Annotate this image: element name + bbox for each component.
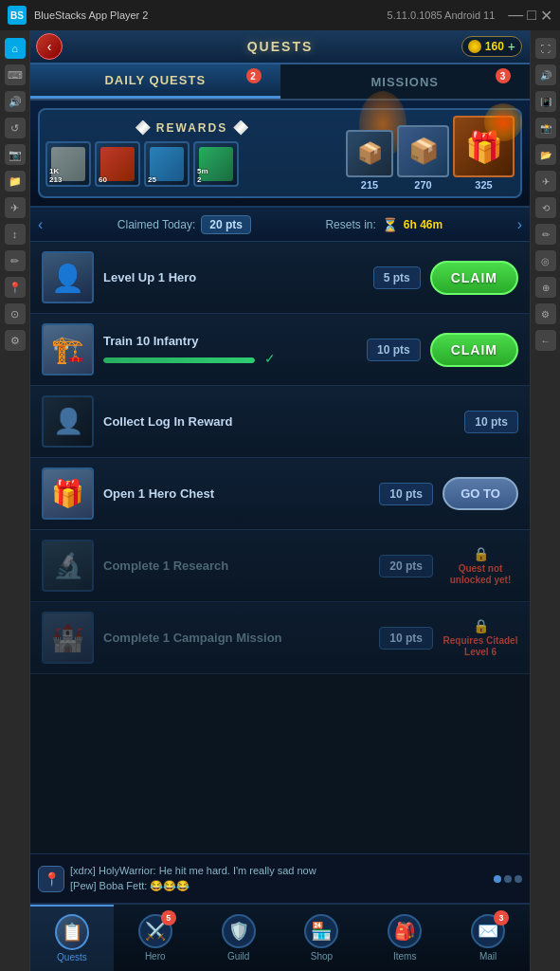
chest-box-2: 🎁 — [453, 116, 515, 177]
rewards-box: REWARDS 1K213 60 — [38, 108, 522, 198]
bs-keyboard-icon[interactable]: ⌨ — [5, 64, 26, 85]
quest-avatar-2: 👤 — [42, 395, 94, 448]
reward-item-0[interactable]: 1K213 — [45, 141, 91, 187]
coin-icon — [468, 40, 481, 53]
coins-plus-button[interactable]: + — [508, 39, 515, 54]
progress-fill-1 — [103, 357, 255, 363]
chest-number-1: 270 — [414, 179, 431, 191]
hero-badge: 5 — [161, 910, 176, 925]
bs-camera-icon[interactable]: 📷 — [5, 144, 26, 165]
quest-pts-3: 10 pts — [379, 483, 433, 505]
nav-item-mail[interactable]: ✉️ 3 Mail — [446, 905, 530, 971]
shop-icon-wrapper: 🏪 — [304, 914, 338, 948]
claimed-label: Claimed Today: — [117, 218, 196, 231]
coins-display: 160 + — [461, 36, 522, 57]
locked-text-5: Requires Citadel Level 6 — [443, 635, 518, 658]
reward-count-1: 60 — [99, 175, 107, 184]
bs-home-icon[interactable]: ⌂ — [5, 38, 26, 59]
chat-line-1: [Pew] Boba Fett: 😂😂😂 — [70, 879, 488, 893]
left-arrow-icon[interactable]: ‹ — [38, 216, 43, 233]
back-button[interactable]: ‹ — [36, 33, 63, 60]
bs-volume-icon[interactable]: 🔊 — [5, 91, 26, 112]
bs-layers-icon[interactable]: ⊙ — [5, 303, 26, 324]
quest-name-0: Level Up 1 Hero — [103, 270, 364, 284]
chest-box-0: 📦 — [346, 130, 393, 177]
reward-item-3[interactable]: 5m2 — [193, 141, 239, 187]
chat-location-icon[interactable]: 📍 — [38, 866, 64, 892]
chat-dot-1[interactable] — [504, 875, 512, 883]
bs-screenshot-icon[interactable]: 📸 — [535, 118, 556, 138]
titlebar-title: BlueStacks App Player 2 — [34, 9, 148, 21]
nav-item-shop[interactable]: 🏪 Shop — [280, 905, 363, 971]
chest-item-0[interactable]: 📦 215 — [346, 130, 393, 191]
tab-daily-quests-label: DAILY QUESTS — [104, 73, 206, 87]
nav-item-guild[interactable]: 🛡️ Guild — [197, 905, 280, 971]
maximize-icon[interactable]: □ — [527, 7, 536, 24]
reward-item-1[interactable]: 60 — [95, 141, 140, 187]
bs-stack-icon[interactable]: ⊕ — [535, 277, 556, 298]
bs-flight-icon[interactable]: ✈ — [535, 171, 556, 192]
bs-settings-icon[interactable]: ⚙ — [5, 330, 26, 351]
game-area: ⌂ ⌨ 🔊 ↺ 📷 📁 ✈ ↕ ✏ 📍 ⊙ ⚙ ‹ QUESTS 160 + D… — [0, 30, 560, 971]
chest-number-0: 215 — [361, 179, 378, 191]
chest-avatar-3: 🎁 — [44, 469, 92, 518]
chest-number-2: 325 — [475, 179, 492, 191]
reward-item-2[interactable]: 25 — [144, 141, 190, 187]
bs-resize-icon[interactable]: ↕ — [5, 224, 26, 245]
close-icon[interactable]: ✕ — [540, 7, 552, 25]
chest-item-1[interactable]: 📦 270 — [397, 125, 449, 191]
chest-item-2[interactable]: 🎁 325 — [453, 116, 515, 191]
claim-button-0[interactable]: CLAIM — [430, 261, 518, 295]
bs-settings2-icon[interactable]: ⚙ — [535, 303, 556, 324]
chat-dot-2[interactable] — [515, 875, 522, 883]
mail-badge: 3 — [494, 910, 509, 925]
window-controls: 5.11.0.1085 Android 11 — □ ✕ — [388, 7, 552, 25]
bs-airplane-icon[interactable]: ✈ — [5, 197, 26, 218]
quest-name-2: Collect Log In Reward — [103, 414, 455, 429]
status-bar: ‹ Claimed Today: 20 pts Resets in: ⏳ 6h … — [30, 208, 530, 242]
bs-back-icon[interactable]: ← — [535, 330, 556, 351]
diamond-left-icon — [135, 120, 151, 136]
campaign-avatar-5: 🏰 — [44, 614, 92, 662]
nav-item-quests[interactable]: 📋 Quests — [30, 905, 114, 971]
right-arrow-icon[interactable]: › — [517, 216, 522, 233]
quest-info-3: Open 1 Hero Chest — [103, 486, 370, 501]
bs-locate-icon[interactable]: ◎ — [535, 250, 556, 271]
bs-orientation-icon[interactable]: ⟲ — [535, 197, 556, 218]
goto-button-3[interactable]: GO TO — [443, 477, 518, 510]
bs-sound-icon[interactable]: 🔊 — [535, 64, 556, 85]
bs-expand-icon[interactable]: ⛶ — [535, 38, 556, 59]
rewards-label: REWARDS — [156, 121, 227, 135]
quest-list: Level Up 1 Hero 5 pts CLAIM 🏗️ Train 10 … — [30, 242, 530, 853]
chat-dot-0[interactable] — [494, 875, 501, 883]
bs-files-icon[interactable]: 📂 — [535, 144, 556, 165]
nav-label-guild: Guild — [227, 951, 249, 962]
chest-icon-2: 🎁 — [465, 129, 503, 165]
chat-text: [xdrx] HolyWarrior: He hit me hard. I'm … — [70, 864, 488, 893]
bs-folder-icon[interactable]: 📁 — [5, 171, 26, 192]
bs-edit-icon[interactable]: ✏ — [5, 250, 26, 271]
nav-item-hero[interactable]: ⚔️ 5 Hero — [114, 905, 197, 971]
quest-pts-2: 10 pts — [464, 411, 518, 433]
lock-icon-4: 🔒 — [473, 546, 489, 561]
tab-bar: DAILY QUESTS 2 MISSIONS 3 — [30, 64, 530, 101]
quest-name-5: Complete 1 Campaign Mission — [103, 631, 370, 645]
hourglass-icon: ⏳ — [382, 217, 398, 232]
bs-rotate-icon[interactable]: ↺ — [5, 118, 26, 138]
bs-shake-icon[interactable]: 📳 — [535, 91, 556, 112]
mail-icon-wrapper: ✉️ 3 — [471, 914, 505, 948]
top-bar: ‹ QUESTS 160 + — [30, 30, 530, 64]
claim-button-1[interactable]: CLAIM — [430, 333, 518, 367]
minimize-icon[interactable]: — — [508, 7, 523, 24]
quest-name-1: Train 10 Infantry — [103, 334, 357, 348]
bs-sidebar-right: ⛶ 🔊 📳 📸 📂 ✈ ⟲ ✏ ◎ ⊕ ⚙ ← — [530, 30, 560, 971]
char-dark-avatar-2: 👤 — [44, 397, 92, 446]
tab-daily-quests[interactable]: DAILY QUESTS 2 — [30, 64, 280, 99]
nav-item-items[interactable]: 🎒 Items — [363, 905, 446, 971]
bs-pin-icon[interactable]: 📍 — [5, 277, 26, 298]
quest-avatar-3: 🎁 — [42, 467, 94, 520]
progress-bar-1 — [103, 357, 255, 363]
check-icon-1: ✓ — [264, 351, 276, 366]
bs-draw-icon[interactable]: ✏ — [535, 224, 556, 245]
tab-missions[interactable]: MISSIONS 3 — [280, 64, 531, 99]
